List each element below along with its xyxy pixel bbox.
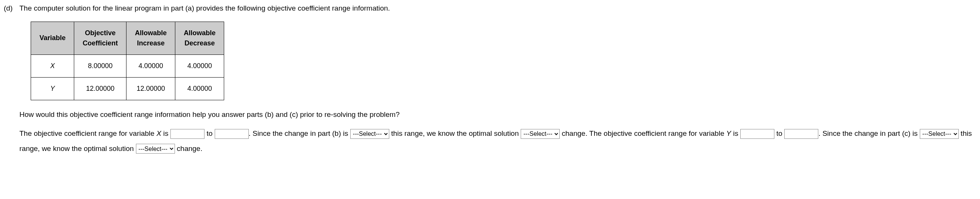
col-allowable-increase: Allowable Increase [126,22,175,54]
col-allowable-decrease: Allowable Decrease [175,22,224,54]
cell-obj: 8.00000 [74,54,126,77]
text-segment: . Since the change in part (c) is [818,130,920,137]
cell-obj: 12.00000 [74,77,126,100]
table-row: Y 12.00000 12.00000 4.00000 [31,77,224,100]
text-segment: this range, we know the optimal solution [389,130,521,137]
text-segment: is [731,130,740,137]
table-header-row: Variable Objective Coefficient Allowable… [31,22,224,54]
text-to: to [775,130,784,137]
cell-variable: X [31,54,74,77]
x-range-low-input[interactable] [170,129,204,139]
cell-dec: 4.00000 [175,54,224,77]
variable-x: X [156,130,161,137]
cell-inc: 12.00000 [126,77,175,100]
variable-y: Y [726,130,731,137]
y-range-high-input[interactable] [784,129,818,139]
text-segment: change. The objective coefficient range … [560,130,726,137]
question-text: How would this objective coefficient ran… [19,109,976,120]
text-segment: is [161,130,170,137]
part-label: (d) [4,3,13,14]
cell-dec: 4.00000 [175,77,224,100]
cell-variable: Y [31,77,74,100]
col-variable: Variable [31,22,74,54]
text-segment: change. [175,145,203,152]
y-range-low-input[interactable] [740,129,775,139]
answer-paragraph: The objective coefficient range for vari… [19,126,976,156]
text-segment: . Since the change in part (b) is [249,130,350,137]
x-range-high-input[interactable] [215,129,249,139]
part-c-range-select[interactable]: ---Select--- [920,129,959,139]
cell-inc: 4.00000 [126,54,175,77]
text-segment: The objective coefficient range for vari… [19,130,156,137]
part-b-change-select[interactable]: ---Select--- [521,129,560,139]
problem-part-d: (d) The computer solution for the linear… [4,3,976,156]
intro-text: The computer solution for the linear pro… [19,3,976,14]
part-content: The computer solution for the linear pro… [19,3,976,156]
part-b-range-select[interactable]: ---Select--- [350,129,389,139]
text-to: to [204,130,214,137]
part-c-change-select[interactable]: ---Select--- [136,144,175,153]
col-objective-coefficient: Objective Coefficient [74,22,126,54]
coefficient-range-table: Variable Objective Coefficient Allowable… [31,22,224,100]
table-row: X 8.00000 4.00000 4.00000 [31,54,224,77]
